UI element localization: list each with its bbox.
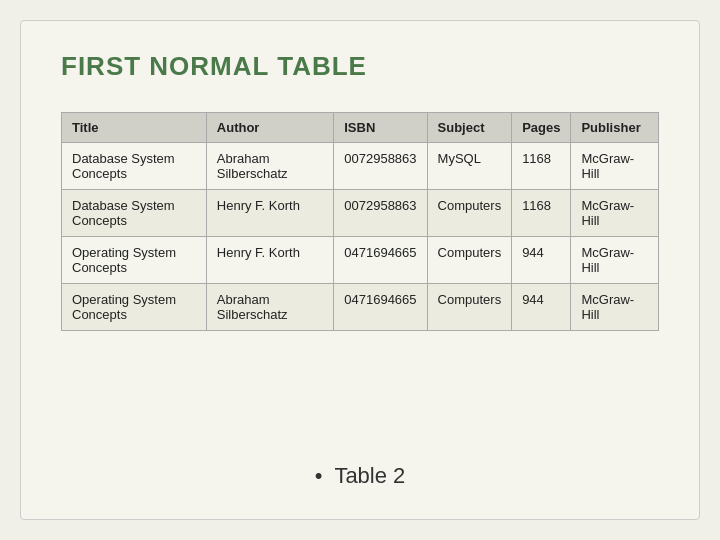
cell-author: Henry F. Korth bbox=[206, 237, 333, 284]
slide-title: FIRST NORMAL TABLE bbox=[61, 51, 659, 82]
cell-title: Operating System Concepts bbox=[62, 284, 207, 331]
bullet-dot: • bbox=[315, 463, 323, 489]
col-header-publisher: Publisher bbox=[571, 113, 659, 143]
cell-isbn: 0072958863 bbox=[334, 190, 427, 237]
cell-subject: Computers bbox=[427, 237, 512, 284]
table-row: Database System ConceptsHenry F. Korth00… bbox=[62, 190, 659, 237]
cell-subject: Computers bbox=[427, 190, 512, 237]
cell-pages: 1168 bbox=[512, 143, 571, 190]
col-header-title: Title bbox=[62, 113, 207, 143]
bullet-row: • Table 2 bbox=[61, 463, 659, 489]
cell-pages: 944 bbox=[512, 237, 571, 284]
cell-isbn: 0471694665 bbox=[334, 284, 427, 331]
cell-isbn: 0072958863 bbox=[334, 143, 427, 190]
cell-pages: 1168 bbox=[512, 190, 571, 237]
table-header-row: Title Author ISBN Subject Pages Publishe… bbox=[62, 113, 659, 143]
cell-publisher: McGraw-Hill bbox=[571, 143, 659, 190]
col-header-isbn: ISBN bbox=[334, 113, 427, 143]
col-header-subject: Subject bbox=[427, 113, 512, 143]
cell-title: Operating System Concepts bbox=[62, 237, 207, 284]
cell-subject: MySQL bbox=[427, 143, 512, 190]
col-header-author: Author bbox=[206, 113, 333, 143]
table-row: Operating System ConceptsAbraham Silbers… bbox=[62, 284, 659, 331]
normal-table: Title Author ISBN Subject Pages Publishe… bbox=[61, 112, 659, 331]
cell-subject: Computers bbox=[427, 284, 512, 331]
table-container: Title Author ISBN Subject Pages Publishe… bbox=[61, 112, 659, 443]
cell-title: Database System Concepts bbox=[62, 190, 207, 237]
cell-publisher: McGraw-Hill bbox=[571, 190, 659, 237]
cell-pages: 944 bbox=[512, 284, 571, 331]
bullet-text: Table 2 bbox=[334, 463, 405, 489]
cell-title: Database System Concepts bbox=[62, 143, 207, 190]
cell-isbn: 0471694665 bbox=[334, 237, 427, 284]
cell-publisher: McGraw-Hill bbox=[571, 237, 659, 284]
slide: FIRST NORMAL TABLE Title Author ISBN Sub… bbox=[20, 20, 700, 520]
col-header-pages: Pages bbox=[512, 113, 571, 143]
cell-publisher: McGraw-Hill bbox=[571, 284, 659, 331]
cell-author: Henry F. Korth bbox=[206, 190, 333, 237]
cell-author: Abraham Silberschatz bbox=[206, 143, 333, 190]
table-row: Database System ConceptsAbraham Silbersc… bbox=[62, 143, 659, 190]
cell-author: Abraham Silberschatz bbox=[206, 284, 333, 331]
table-row: Operating System ConceptsHenry F. Korth0… bbox=[62, 237, 659, 284]
